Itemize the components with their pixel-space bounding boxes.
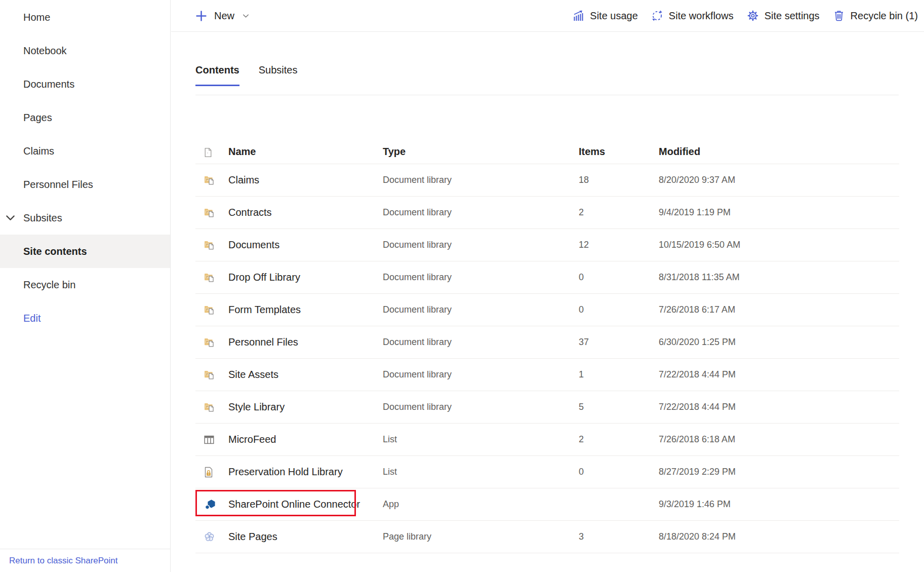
contents-table: Name Type Items Modified Claims Document… — [195, 95, 899, 553]
chevron-down-icon[interactable] — [5, 212, 16, 224]
plus-icon — [195, 10, 208, 22]
document-library-icon — [195, 305, 228, 315]
item-type: Document library — [383, 175, 579, 185]
column-header-items[interactable]: Items — [579, 146, 659, 158]
sidebar-item-home[interactable]: Home — [0, 1, 170, 34]
table-row[interactable]: Style Library Document library 5 7/22/20… — [195, 391, 899, 424]
item-type: Document library — [383, 240, 579, 250]
item-name-link[interactable]: Preservation Hold Library — [228, 466, 383, 478]
item-name-link[interactable]: SharePoint Online Connector — [228, 499, 383, 510]
item-modified: 8/31/2018 11:35 AM — [659, 272, 899, 283]
sidebar-item-documents[interactable]: Documents — [0, 67, 170, 101]
item-modified: 9/3/2019 1:46 PM — [659, 499, 899, 510]
table-row[interactable]: Form Templates Document library 0 7/26/2… — [195, 294, 899, 326]
table-row[interactable]: Personnel Files Document library 37 6/30… — [195, 326, 899, 359]
document-library-icon — [195, 337, 228, 347]
item-modified: 6/30/2020 1:25 PM — [659, 337, 899, 348]
item-count: 18 — [579, 175, 659, 185]
item-name-link[interactable]: Contracts — [228, 207, 383, 218]
column-header-modified[interactable]: Modified — [659, 146, 899, 158]
table-row[interactable]: Site Pages Page library 3 8/18/2020 8:24… — [195, 521, 899, 553]
table-row[interactable]: Claims Document library 18 8/20/2020 9:3… — [195, 164, 899, 197]
item-modified: 7/26/2018 6:18 AM — [659, 434, 899, 445]
sidebar-item-label: Documents — [23, 79, 74, 90]
sidebar-nav: Home Notebook Documents Pages Claims Per… — [0, 0, 170, 335]
item-name-link[interactable]: MicroFeed — [228, 434, 383, 445]
table-row[interactable]: Preservation Hold Library List 0 8/27/20… — [195, 456, 899, 488]
item-count: 1 — [579, 369, 659, 380]
sidebar-item-recycle-bin[interactable]: Recycle bin — [0, 268, 170, 301]
site-usage-icon — [572, 10, 584, 22]
item-type: Page library — [383, 531, 579, 542]
item-name-link[interactable]: Form Templates — [228, 304, 383, 316]
item-type: List — [383, 434, 579, 445]
item-modified: 9/4/2019 1:19 PM — [659, 207, 899, 218]
action-label: Site settings — [765, 10, 820, 22]
sidebar: Home Notebook Documents Pages Claims Per… — [0, 0, 171, 572]
sidebar-footer: Return to classic SharePoint — [0, 549, 170, 572]
sidebar-item-label: Recycle bin — [23, 279, 75, 291]
sidebar-item-claims[interactable]: Claims — [0, 134, 170, 168]
sidebar-item-label: Home — [23, 12, 50, 23]
sidebar-item-label: Notebook — [23, 45, 67, 57]
table-row-sharepoint-online-connector[interactable]: SharePoint Online Connector App 9/3/2019… — [195, 488, 899, 521]
recycle-bin-button[interactable]: Recycle bin (1) — [833, 10, 918, 22]
sidebar-item-personnel-files[interactable]: Personnel Files — [0, 168, 170, 201]
sidebar-item-notebook[interactable]: Notebook — [0, 34, 170, 67]
tab-contents[interactable]: Contents — [195, 63, 239, 86]
return-to-classic-link[interactable]: Return to classic SharePoint — [9, 556, 118, 566]
item-count: 2 — [579, 207, 659, 218]
site-settings-button[interactable]: Site settings — [747, 10, 820, 22]
column-header-type[interactable]: Type — [383, 146, 579, 158]
action-label: Site usage — [590, 10, 638, 22]
tab-subsites[interactable]: Subsites — [259, 63, 298, 86]
site-usage-button[interactable]: Site usage — [572, 10, 638, 22]
table-row[interactable]: Contracts Document library 2 9/4/2019 1:… — [195, 197, 899, 229]
item-modified: 8/18/2020 8:24 PM — [659, 531, 899, 542]
item-name-link[interactable]: Claims — [228, 174, 383, 186]
document-library-icon — [195, 402, 228, 412]
sidebar-item-site-contents[interactable]: Site contents — [0, 235, 170, 268]
item-name-link[interactable]: Drop Off Library — [228, 272, 383, 283]
recycle-bin-icon — [833, 10, 845, 22]
table-row[interactable]: MicroFeed List 2 7/26/2018 6:18 AM — [195, 424, 899, 456]
item-modified: 7/22/2018 4:44 PM — [659, 369, 899, 380]
site-pages-icon — [195, 531, 228, 542]
sidebar-item-label: Personnel Files — [23, 179, 93, 190]
chevron-down-icon — [242, 12, 250, 20]
sidebar-item-label: Subsites — [23, 212, 62, 224]
item-count: 0 — [579, 467, 659, 477]
item-name-link[interactable]: Style Library — [228, 401, 383, 413]
sidebar-item-subsites[interactable]: Subsites — [0, 201, 170, 235]
table-row[interactable]: Site Assets Document library 1 7/22/2018… — [195, 359, 899, 391]
list-icon — [195, 435, 228, 445]
site-workflows-button[interactable]: Site workflows — [651, 10, 734, 22]
item-count: 0 — [579, 304, 659, 315]
item-type: Document library — [383, 304, 579, 315]
item-count: 37 — [579, 337, 659, 348]
new-button[interactable]: New — [195, 10, 250, 22]
sidebar-item-label: Claims — [23, 145, 54, 157]
table-row[interactable]: Documents Document library 12 10/15/2019… — [195, 229, 899, 261]
column-header-name[interactable]: Name — [228, 146, 383, 158]
item-count: 0 — [579, 272, 659, 283]
sidebar-item-label: Site contents — [23, 246, 87, 257]
sidebar-item-label: Pages — [23, 112, 52, 124]
sidebar-item-label: Edit — [23, 313, 41, 324]
tab-bar: Contents Subsites — [195, 63, 924, 86]
command-bar: New Site usage Site workflows Site setti… — [171, 0, 924, 32]
document-library-icon — [195, 175, 228, 185]
item-count: 3 — [579, 531, 659, 542]
sidebar-item-pages[interactable]: Pages — [0, 101, 170, 134]
item-name-link[interactable]: Documents — [228, 239, 383, 251]
item-count: 12 — [579, 240, 659, 250]
sidebar-edit-link[interactable]: Edit — [0, 301, 170, 335]
item-name-link[interactable]: Personnel Files — [228, 336, 383, 348]
table-row[interactable]: Drop Off Library Document library 0 8/31… — [195, 261, 899, 294]
item-type: Document library — [383, 337, 579, 348]
item-name-link[interactable]: Site Assets — [228, 369, 383, 380]
item-count: 5 — [579, 402, 659, 412]
item-type: Document library — [383, 402, 579, 412]
item-name-link[interactable]: Site Pages — [228, 531, 383, 543]
app-icon — [195, 499, 228, 511]
